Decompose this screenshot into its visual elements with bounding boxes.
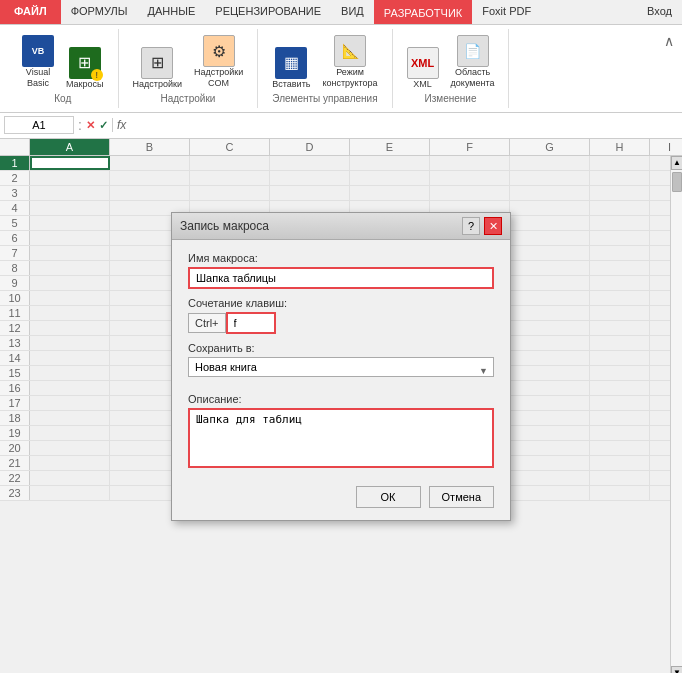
cell-I5[interactable] <box>650 216 670 230</box>
cell-H14[interactable] <box>590 351 650 365</box>
cell-I14[interactable] <box>650 351 670 365</box>
cell-H16[interactable] <box>590 381 650 395</box>
cell-H2[interactable] <box>590 171 650 185</box>
cell-H18[interactable] <box>590 411 650 425</box>
cell-A23[interactable] <box>30 486 110 500</box>
cell-H17[interactable] <box>590 396 650 410</box>
cancel-formula-icon[interactable]: ✕ <box>86 119 95 132</box>
cell-G11[interactable] <box>510 306 590 320</box>
description-textarea[interactable]: Шапка для таблиц <box>188 408 494 468</box>
macros-button[interactable]: ⊞ ! Макросы <box>62 45 108 91</box>
row-number-9[interactable]: 9 <box>0 276 30 290</box>
cell-C2[interactable] <box>190 171 270 185</box>
cell-I9[interactable] <box>650 276 670 290</box>
cell-A7[interactable] <box>30 246 110 260</box>
row-number-12[interactable]: 12 <box>0 321 30 335</box>
cell-H11[interactable] <box>590 306 650 320</box>
row-number-4[interactable]: 4 <box>0 201 30 215</box>
cell-H7[interactable] <box>590 246 650 260</box>
cell-H3[interactable] <box>590 186 650 200</box>
cell-B1[interactable] <box>110 156 190 170</box>
cell-D3[interactable] <box>270 186 350 200</box>
row-number-22[interactable]: 22 <box>0 471 30 485</box>
cell-A4[interactable] <box>30 201 110 215</box>
macro-name-input[interactable] <box>188 267 494 289</box>
cell-E2[interactable] <box>350 171 430 185</box>
cell-A22[interactable] <box>30 471 110 485</box>
cell-G3[interactable] <box>510 186 590 200</box>
cell-A9[interactable] <box>30 276 110 290</box>
row-number-13[interactable]: 13 <box>0 336 30 350</box>
cell-G22[interactable] <box>510 471 590 485</box>
cell-A3[interactable] <box>30 186 110 200</box>
cell-I11[interactable] <box>650 306 670 320</box>
cell-G4[interactable] <box>510 201 590 215</box>
cell-G10[interactable] <box>510 291 590 305</box>
cell-A14[interactable] <box>30 351 110 365</box>
row-number-8[interactable]: 8 <box>0 261 30 275</box>
row-number-15[interactable]: 15 <box>0 366 30 380</box>
addons-button[interactable]: ⊞ Надстройки <box>129 45 186 91</box>
row-number-18[interactable]: 18 <box>0 411 30 425</box>
cell-I2[interactable] <box>650 171 670 185</box>
cell-I12[interactable] <box>650 321 670 335</box>
cell-I17[interactable] <box>650 396 670 410</box>
row-number-20[interactable]: 20 <box>0 441 30 455</box>
cell-A19[interactable] <box>30 426 110 440</box>
insert-controls-button[interactable]: ▦ Вставить <box>268 45 314 91</box>
cell-H1[interactable] <box>590 156 650 170</box>
cell-A13[interactable] <box>30 336 110 350</box>
cell-I18[interactable] <box>650 411 670 425</box>
cell-F1[interactable] <box>430 156 510 170</box>
confirm-formula-icon[interactable]: ✓ <box>99 119 108 132</box>
cell-G18[interactable] <box>510 411 590 425</box>
row-number-11[interactable]: 11 <box>0 306 30 320</box>
cell-A8[interactable] <box>30 261 110 275</box>
cell-G6[interactable] <box>510 231 590 245</box>
cell-I8[interactable] <box>650 261 670 275</box>
cancel-button[interactable]: Отмена <box>429 486 494 508</box>
vb-button[interactable]: VB VisualBasic <box>18 33 58 91</box>
cell-F2[interactable] <box>430 171 510 185</box>
cell-I1[interactable] <box>650 156 670 170</box>
cell-H9[interactable] <box>590 276 650 290</box>
tab-login[interactable]: Вход <box>637 0 682 24</box>
cell-G17[interactable] <box>510 396 590 410</box>
cell-I22[interactable] <box>650 471 670 485</box>
cell-A15[interactable] <box>30 366 110 380</box>
xml-button[interactable]: XML XML <box>403 45 443 91</box>
dialog-close-btn[interactable]: ✕ <box>484 217 502 235</box>
cell-I10[interactable] <box>650 291 670 305</box>
scroll-down-btn[interactable]: ▼ <box>671 666 682 673</box>
cell-I21[interactable] <box>650 456 670 470</box>
cell-H23[interactable] <box>590 486 650 500</box>
cell-H13[interactable] <box>590 336 650 350</box>
cell-H4[interactable] <box>590 201 650 215</box>
cell-B2[interactable] <box>110 171 190 185</box>
cell-H5[interactable] <box>590 216 650 230</box>
cell-I4[interactable] <box>650 201 670 215</box>
shortcut-input[interactable] <box>226 312 276 334</box>
cell-H22[interactable] <box>590 471 650 485</box>
cell-G20[interactable] <box>510 441 590 455</box>
scroll-thumb[interactable] <box>672 172 682 192</box>
row-number-2[interactable]: 2 <box>0 171 30 185</box>
col-header-g[interactable]: G <box>510 139 590 155</box>
design-mode-button[interactable]: 📐 Режимконструктора <box>318 33 381 91</box>
col-header-h[interactable]: H <box>590 139 650 155</box>
row-number-1[interactable]: 1 <box>0 156 30 170</box>
cell-G15[interactable] <box>510 366 590 380</box>
col-header-a[interactable]: A <box>30 139 110 155</box>
doc-area-button[interactable]: 📄 Областьдокумента <box>447 33 499 91</box>
cell-H19[interactable] <box>590 426 650 440</box>
cell-A16[interactable] <box>30 381 110 395</box>
cell-B3[interactable] <box>110 186 190 200</box>
cell-G7[interactable] <box>510 246 590 260</box>
cell-A21[interactable] <box>30 456 110 470</box>
row-number-23[interactable]: 23 <box>0 486 30 500</box>
cell-A18[interactable] <box>30 411 110 425</box>
cell-G8[interactable] <box>510 261 590 275</box>
cell-H8[interactable] <box>590 261 650 275</box>
tab-file[interactable]: ФАЙЛ <box>0 0 61 24</box>
tab-view[interactable]: ВИД <box>331 0 374 24</box>
